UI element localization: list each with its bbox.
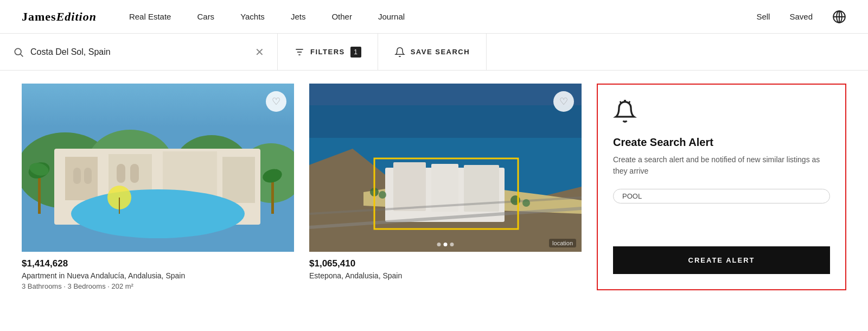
listings-grid: ♡ $1,414,628 Apartment in Nueva Andalucí…: [22, 84, 846, 290]
svg-point-43: [379, 191, 386, 199]
svg-point-19: [71, 189, 245, 238]
globe-icon[interactable]: [832, 10, 846, 24]
svg-line-49: [620, 101, 621, 103]
svg-rect-22: [117, 164, 125, 183]
alert-card-description: Create a search alert and be notified of…: [613, 154, 830, 177]
nav-link-cars[interactable]: Cars: [197, 12, 214, 21]
dot-1: [437, 243, 441, 246]
logo[interactable]: JamesEdition: [22, 10, 97, 24]
svg-point-4: [15, 48, 21, 55]
bell-icon: [394, 47, 405, 58]
nav-sell[interactable]: Sell: [756, 12, 770, 21]
alert-bell-icon: [613, 100, 830, 129]
svg-rect-20: [73, 168, 81, 184]
svg-line-5: [21, 54, 23, 56]
favorite-button-2[interactable]: ♡: [553, 91, 574, 112]
search-icon: [13, 47, 24, 58]
save-search-button[interactable]: SAVE SEARCH: [378, 34, 487, 70]
location-label: location: [549, 239, 576, 247]
nav-right: Sell Saved: [756, 10, 846, 24]
clear-search-icon[interactable]: ✕: [255, 46, 264, 59]
search-field[interactable]: Costa Del Sol, Spain ✕: [0, 34, 278, 70]
nav-link-real-estate[interactable]: Real Estate: [129, 12, 171, 21]
main-nav: JamesEdition Real Estate Cars Yachts Jet…: [0, 0, 868, 34]
svg-rect-18: [222, 157, 255, 203]
listing-image-1: ♡: [22, 84, 294, 252]
search-input-value: Costa Del Sol, Spain: [30, 47, 248, 57]
listing-details-1: 3 Bathrooms · 3 Bedrooms · 202 m²: [22, 282, 294, 290]
listing-info-1: $1,414,628 Apartment in Nueva Andalucía,…: [22, 252, 294, 290]
listing-card-2[interactable]: ♡ location $1,065,410 Estepona, Andalusi…: [309, 84, 582, 290]
svg-line-50: [629, 101, 630, 103]
filters-button[interactable]: FILTERS 1: [278, 34, 378, 70]
svg-rect-15: [65, 157, 98, 200]
filter-icon: [294, 47, 305, 58]
listing-photo-2: [309, 84, 582, 252]
listing-title-2: Estepona, Andalusia, Spain: [309, 271, 582, 280]
svg-rect-31: [22, 84, 294, 127]
image-dots-2: [437, 243, 454, 246]
svg-rect-47: [309, 105, 582, 138]
filters-label: FILTERS: [310, 48, 345, 56]
nav-link-jets[interactable]: Jets: [291, 12, 306, 21]
listing-photo-1: [22, 84, 294, 252]
dot-3: [450, 243, 454, 246]
listing-price-1: $1,414,628: [22, 258, 294, 269]
svg-rect-30: [119, 198, 120, 214]
svg-point-45: [522, 199, 530, 207]
listing-image-2: ♡ location: [309, 84, 582, 252]
listing-price-2: $1,065,410: [309, 258, 582, 269]
svg-rect-23: [130, 164, 139, 183]
listing-info-2: $1,065,410 Estepona, Andalusia, Spain: [309, 252, 582, 280]
alert-tag-pool: POOL: [613, 189, 830, 203]
nav-saved[interactable]: Saved: [789, 12, 813, 21]
nav-links: Real Estate Cars Yachts Jets Other Journ…: [129, 12, 757, 21]
search-bar-row: Costa Del Sol, Spain ✕ FILTERS 1 SAVE SE…: [0, 34, 868, 71]
filters-count-badge: 1: [350, 47, 361, 58]
create-alert-button[interactable]: CREATE ALERT: [613, 246, 830, 274]
listing-title-1: Apartment in Nueva Andalucía, Andalusia,…: [22, 271, 294, 280]
alert-card: Create Search Alert Create a search aler…: [597, 84, 846, 290]
svg-rect-21: [84, 168, 92, 184]
alert-card-title: Create Search Alert: [613, 136, 830, 149]
nav-link-journal[interactable]: Journal: [378, 12, 405, 21]
save-search-label: SAVE SEARCH: [411, 48, 470, 56]
favorite-button-1[interactable]: ♡: [266, 91, 286, 112]
nav-link-yachts[interactable]: Yachts: [240, 12, 265, 21]
listings-area: ♡ $1,414,628 Apartment in Nueva Andalucí…: [0, 71, 868, 312]
nav-link-other[interactable]: Other: [331, 12, 352, 21]
svg-rect-37: [393, 162, 426, 211]
dot-2: [444, 243, 448, 246]
listing-card-1[interactable]: ♡ $1,414,628 Apartment in Nueva Andalucí…: [22, 84, 294, 290]
